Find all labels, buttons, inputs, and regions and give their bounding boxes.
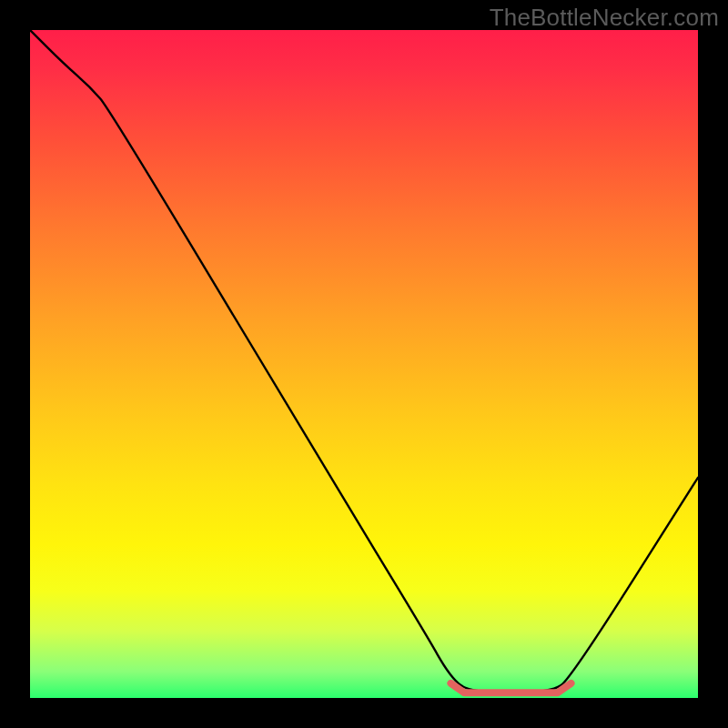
chart-svg bbox=[30, 30, 698, 698]
bottleneck-curve bbox=[30, 30, 698, 693]
watermark-text: TheBottleNecker.com bbox=[490, 4, 719, 32]
plot-area bbox=[30, 30, 698, 698]
chart-frame: TheBottleNecker.com bbox=[0, 0, 728, 728]
